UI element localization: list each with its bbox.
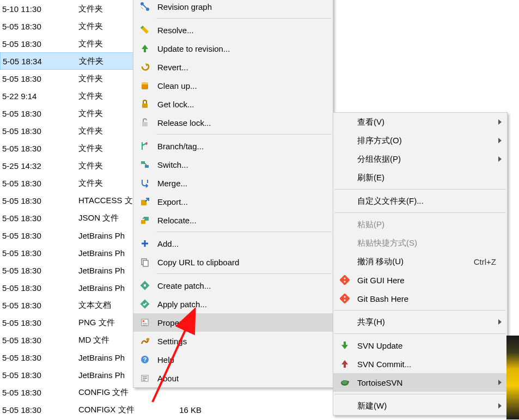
menu-label: Merge... — [157, 179, 187, 188]
menu-copy-url[interactable]: Copy URL to clipboard — [133, 253, 333, 271]
properties-icon — [139, 316, 151, 328]
blank-icon — [339, 237, 351, 249]
menu-create-patch[interactable]: Create patch... — [133, 276, 333, 295]
chevron-right-icon — [498, 403, 502, 409]
settings-icon — [139, 335, 151, 347]
menu-sort[interactable]: 排序方式(O) — [333, 131, 507, 150]
file-date: 5-22 9:14 — [0, 92, 76, 101]
about-icon — [139, 372, 151, 384]
menu-label: Settings — [157, 337, 187, 346]
menu-merge[interactable]: Merge... — [133, 174, 333, 192]
menu-export[interactable]: Export... — [133, 192, 333, 211]
menu-svn-commit[interactable]: SVN Commit... — [333, 355, 507, 373]
svg-line-2 — [143, 5, 146, 8]
file-row[interactable]: 5-05 18:30CONFIGX 文件16 KB — [0, 401, 251, 418]
menu-label: Revert... — [157, 63, 188, 72]
file-date: 5-05 18:30 — [0, 22, 76, 31]
menu-git-gui[interactable]: Git GUI Here — [333, 271, 507, 289]
file-date: 5-05 18:30 — [0, 39, 76, 48]
menu-label: 撤消 移动(U) — [357, 257, 404, 267]
menu-refresh[interactable]: 刷新(E) — [333, 168, 507, 187]
file-date: 5-05 18:30 — [0, 266, 76, 275]
git-icon — [339, 274, 351, 286]
file-date: 5-05 18:30 — [0, 126, 76, 136]
file-date: 5-25 14:32 — [0, 161, 76, 171]
menu-about[interactable]: About — [133, 369, 333, 387]
blank-icon — [339, 255, 351, 267]
menu-label: 共享(H) — [357, 317, 385, 327]
menu-svn-update[interactable]: SVN Update — [333, 336, 507, 355]
menu-custom-folder[interactable]: 自定义文件夹(F)... — [333, 192, 507, 210]
menu-label: 分组依据(P) — [357, 154, 401, 165]
menu-group[interactable]: 分组依据(P) — [333, 150, 507, 168]
revision-graph-icon — [139, 1, 151, 13]
blank-icon — [339, 153, 351, 165]
svg-rect-19 — [143, 320, 144, 322]
unlock-icon — [139, 117, 151, 129]
menu-apply-patch[interactable]: Apply patch... — [133, 295, 333, 313]
menu-shortcut: Ctrl+Z — [457, 257, 496, 266]
chevron-right-icon — [498, 156, 502, 162]
menu-share[interactable]: 共享(H) — [333, 313, 507, 331]
svg-rect-28 — [143, 380, 145, 381]
menu-add[interactable]: Add... — [133, 234, 333, 253]
menu-get-lock[interactable]: Get lock... — [133, 95, 333, 113]
menu-label: 自定义文件夹(F)... — [357, 196, 424, 206]
menu-new[interactable]: 新建(W) — [333, 397, 507, 415]
copy-icon — [139, 256, 151, 268]
file-date: 5-05 18:30 — [0, 196, 76, 205]
menu-relocate[interactable]: Relocate... — [133, 211, 333, 229]
svg-point-36 — [342, 381, 347, 385]
menu-label: 刷新(E) — [357, 173, 384, 183]
file-date: 5-10 11:30 — [0, 4, 76, 14]
relocate-icon — [139, 214, 151, 226]
menu-revert[interactable]: Revert... — [133, 58, 333, 76]
svg-rect-20 — [143, 323, 147, 324]
add-icon — [139, 238, 151, 249]
file-date: 5-05 18:30 — [0, 405, 76, 415]
menu-clean-up[interactable]: Clean up... — [133, 76, 333, 95]
menu-tortoisesvn[interactable]: TortoiseSVN — [333, 373, 507, 392]
file-date: 5-05 18:30 — [0, 248, 76, 258]
git-icon — [339, 293, 351, 305]
blank-icon — [339, 135, 351, 147]
menu-git-bash[interactable]: Git Bash Here — [333, 289, 507, 308]
menu-paste-shortcut: 粘贴快捷方式(S) — [333, 234, 507, 252]
svg-rect-27 — [143, 378, 147, 379]
svg-rect-26 — [143, 376, 147, 378]
file-date: 5-05 18:30 — [0, 336, 76, 345]
menu-resolve[interactable]: Resolve... — [133, 21, 333, 39]
resolve-icon — [139, 24, 151, 36]
blank-icon — [339, 218, 351, 230]
menu-release-lock[interactable]: Release lock... — [133, 113, 333, 132]
menu-label: 排序方式(O) — [357, 136, 402, 146]
merge-icon — [139, 177, 151, 189]
file-date: 5-05 18:30 — [0, 144, 76, 153]
menu-update-revision[interactable]: Update to revision... — [133, 39, 333, 58]
menu-separator — [334, 394, 506, 394]
menu-switch[interactable]: Switch... — [133, 155, 333, 174]
menu-label: Apply patch... — [157, 300, 207, 309]
help-icon: ? — [139, 354, 151, 366]
menu-label: Get lock... — [157, 100, 194, 109]
menu-undo-move[interactable]: 撤消 移动(U) Ctrl+Z — [333, 252, 507, 271]
svn-update-icon — [339, 339, 351, 351]
file-date: 5-05 18:30 — [0, 370, 76, 380]
file-date: 5-05 18:34 — [1, 57, 77, 66]
menu-settings[interactable]: Settings — [133, 332, 333, 350]
menu-label: TortoiseSVN — [357, 378, 402, 387]
file-date: 5-05 18:30 — [0, 318, 76, 327]
create-patch-icon — [139, 279, 151, 291]
revert-icon — [139, 61, 151, 73]
file-size: 16 KB — [169, 405, 202, 415]
menu-branch-tag[interactable]: Branch/tag... — [133, 137, 333, 155]
menu-label: Add... — [157, 239, 179, 248]
menu-view[interactable]: 查看(V) — [333, 113, 507, 131]
file-date: 5-05 18:30 — [0, 179, 76, 188]
menu-revision-graph[interactable]: Revision graph — [133, 0, 333, 16]
svg-rect-32 — [340, 294, 350, 303]
menu-help[interactable]: ? Help — [133, 350, 333, 369]
lock-icon — [139, 98, 151, 110]
menu-properties[interactable]: Properties — [133, 313, 333, 332]
menu-separator — [334, 189, 506, 190]
